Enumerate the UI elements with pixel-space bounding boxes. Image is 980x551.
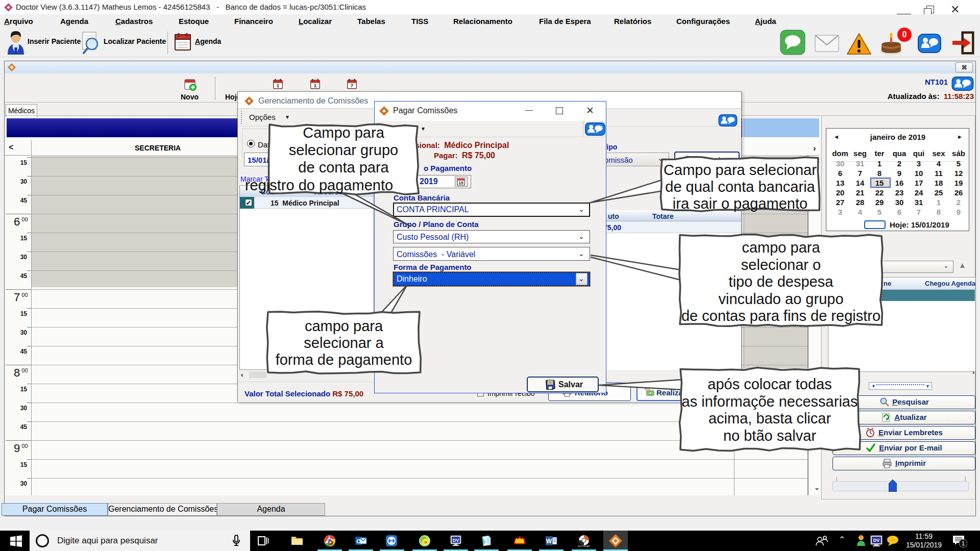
svg-text:W: W <box>546 538 552 545</box>
svg-text:1: 1 <box>277 83 280 88</box>
svg-text:DV: DV <box>453 538 459 543</box>
svg-text:···: ··· <box>891 538 895 542</box>
svg-text:15: 15 <box>459 181 463 185</box>
svg-text:DV: DV <box>873 538 880 543</box>
svg-text:O: O <box>356 538 361 544</box>
svg-text:7: 7 <box>351 83 353 88</box>
svg-text:w: w <box>424 540 427 544</box>
svg-text:1: 1 <box>314 83 317 88</box>
svg-text:1: 1 <box>962 540 965 546</box>
svg-text:PHOTOSCAPE: PHOTOSCAPE <box>578 545 590 547</box>
